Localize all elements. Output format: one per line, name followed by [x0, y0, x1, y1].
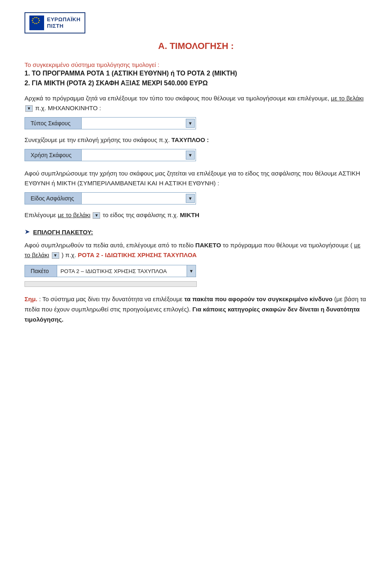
notice-bold1: τα πακέτα που αφορούν τον συγκεκριμένο κ…: [184, 295, 332, 302]
typos-input[interactable]: ▼: [82, 117, 196, 129]
logo-line2: ΠΙΣΤΗ: [47, 23, 80, 29]
section2-para2: Επιλέγουμε με το βελάκι ▼ το είδος της α…: [24, 210, 368, 220]
intro-item1: 1. ΤΟ ΠΡΟΓΡΑΜΜΑ ΡΟΤΑ 1 (ΑΣΤΙΚΗ ΕΥΘΥΝΗ) ή…: [24, 70, 368, 77]
typos-dropdown-arrow[interactable]: ▼: [186, 119, 195, 128]
bullet-section: ➤ ΕΠΙΛΟΓΗ ΠΑΚΕΤΟΥ:: [24, 227, 368, 237]
section1-para-text: Αρχικά το πρόγραμμα ζητά να επιλέξουμε τ…: [24, 95, 329, 102]
mikti-text: ΜΙΚΤΗ: [180, 211, 199, 218]
section2-para1: Αφού συμπληρώσουμε την χρήση του σκάφους…: [24, 169, 368, 188]
inline-arrow2[interactable]: ▼: [93, 212, 100, 219]
section1-underline: με το βελάκι: [331, 95, 364, 102]
notice-section: Σημ. : Το σύστημα μας δίνει την δυνατότη…: [24, 294, 368, 324]
typos-skafous-field: Τύπος Σκάφους ▼: [24, 117, 368, 129]
partial-row-indicator: [24, 281, 197, 287]
intro-item2: 2. ΓΙΑ ΜΙΚΤΗ (ΡΟΤΑ 2) ΣΚΑΦΗ ΑΞΙΑΣ ΜΕΧΡΙ …: [24, 80, 368, 87]
paketo-label: Πακέτο: [24, 265, 57, 277]
notice-text1: Το σύστημα μας δίνει την δυνατότητα να ε…: [42, 295, 183, 302]
dropdown-inline-icon[interactable]: ▼: [25, 105, 33, 112]
section1-suffix: π.χ. ΜΗΧΑΝΟΚΙΝΗΤΟ :: [35, 104, 101, 111]
xrisi-input[interactable]: ▼: [82, 149, 196, 161]
notice-label: Σημ.: [24, 295, 38, 302]
section3-block: ➤ ΕΠΙΛΟΓΗ ΠΑΚΕΤΟΥ: Αφού συμπληρωθούν τα …: [24, 227, 368, 287]
epilogi-paketo-label: ΕΠΙΛΟΓΗ ΠΑΚΕΤΟΥ:: [33, 229, 93, 236]
section1-para: Αρχικά το πρόγραμμα ζητά να επιλέξουμε τ…: [24, 93, 368, 113]
logo-box: ΕΥΡΩΠΑΪΚΗ ΠΙΣΤΗ: [24, 12, 85, 33]
eidos-input[interactable]: ▼: [82, 192, 196, 204]
bullet-arrow-icon: ➤: [24, 228, 30, 236]
paketo-row: Πακέτο ΡΟΤΑ 2 – ΙΔΙΩΤΙΚΗΣ ΧΡΗΣΗΣ ΤΑΧΥΠΛΟ…: [24, 265, 368, 277]
taxyploo-text: ΤΑΧΥΠΛΟΟ :: [172, 136, 209, 143]
page-wrapper: ΕΥΡΩΠΑΪΚΗ ΠΙΣΤΗ Α. ΤΙΜΟΛΟΓΗΣΗ : Το συγκε…: [0, 0, 392, 571]
section2-suffix: το είδος της ασφάλισης π.χ.: [103, 211, 178, 218]
s3-red-bold: ΡΟΤΑ 2 - ΙΔΙΩΤΙΚΗΣ ΧΡΗΣΗΣ ΤΑΧΥΠΛΟΑ: [78, 251, 197, 258]
typos-label: Τύπος Σκάφους: [24, 117, 82, 129]
notice-colon: :: [39, 295, 42, 302]
velaki-underline2: με το βελάκι: [58, 211, 90, 218]
paketo-input[interactable]: ΡΟΤΑ 2 – ΙΔΙΩΤΙΚΗΣ ΧΡΗΣΗΣ ΤΑΧΥΠΛΟΑ ▼: [57, 265, 196, 277]
xrisi-dropdown-arrow[interactable]: ▼: [186, 151, 195, 160]
xrisi-skafous-field: Χρήση Σκάφους ▼: [24, 149, 368, 161]
paketo-dropdown-arrow[interactable]: ▼: [187, 265, 196, 277]
s3p1-text: Αφού συμπληρωθούν τα πεδία αυτά, επιλέγο…: [24, 242, 194, 249]
section3-para1: Αφού συμπληρωθούν τα πεδία αυτά, επιλέγο…: [24, 240, 368, 260]
main-title: Α. ΤΙΜΟΛΟΓΗΣΗ :: [24, 41, 368, 51]
s3p1b: το πρόγραμμα που θέλουμε να τιμολογήσουμ…: [223, 242, 353, 249]
eidos-label: Είδος Ασφάλισης: [24, 192, 82, 204]
logo-text: ΕΥΡΩΠΑΪΚΗ ΠΙΣΤΗ: [47, 16, 80, 29]
epilegume-text: Επιλέγουμε: [24, 211, 56, 218]
eidos-asfalishs-field: Είδος Ασφάλισης ▼: [24, 192, 368, 204]
section1-continuation: Συνεχίζουμε με την επιλογή χρήσης του σκ…: [24, 135, 368, 145]
header: ΕΥΡΩΠΑΪΚΗ ΠΙΣΤΗ: [24, 12, 368, 33]
continuation-text: Συνεχίζουμε με την επιλογή χρήσης του σκ…: [24, 136, 170, 143]
eu-flag-icon: [29, 16, 44, 30]
intro-red-line: Το συγκεκριμένο σύστημα τιμολόγησης τιμο…: [24, 61, 368, 68]
eidos-dropdown-arrow[interactable]: ▼: [186, 194, 195, 203]
logo-line1: ΕΥΡΩΠΑΪΚΗ: [47, 16, 80, 23]
xrisi-label: Χρήση Σκάφους: [24, 149, 82, 161]
s3-suffix2: π.χ.: [65, 251, 76, 258]
section2-block: Αφού συμπληρώσουμε την χρήση του σκάφους…: [24, 169, 368, 220]
paketo-value: ΡΟΤΑ 2 – ΙΔΙΩΤΙΚΗΣ ΧΡΗΣΗΣ ΤΑΧΥΠΛΟΑ: [60, 268, 167, 274]
bullet-content: ΕΠΙΛΟΓΗ ΠΑΚΕΤΟΥ:: [33, 227, 93, 237]
s3-paketo-bold: ΠΑΚΕΤΟ: [195, 242, 221, 249]
inline-arrow3[interactable]: ▼: [52, 252, 59, 259]
section1-block: Αρχικά το πρόγραμμα ζητά να επιλέξουμε τ…: [24, 93, 368, 161]
s3p1c: ): [62, 251, 64, 258]
